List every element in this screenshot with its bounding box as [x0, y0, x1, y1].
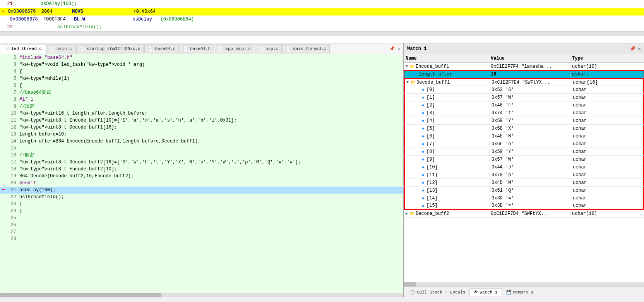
- disasm-line-0x08006678: 0x08006678 F000F8F4 BL.W osDelay (0x0800…: [0, 15, 644, 23]
- watch-row-wr-d1-11[interactable]: ◆[11]0x70 'p'uchar: [404, 171, 644, 179]
- watch-row-value-wr-d1-7: 0x6F 'o': [490, 141, 571, 147]
- watch-row-wr-d1-6[interactable]: ◆[6]0x4E 'N'uchar: [404, 132, 644, 140]
- tab-main-label: main.c: [57, 46, 72, 51]
- watch-row-wr-d1-5[interactable]: ◆[5]0x58 'X'uchar: [404, 125, 644, 132]
- watch-bottom-tab-memory1[interactable]: 💾 Memory 1: [502, 288, 538, 296]
- code-line-26: 26: [0, 221, 403, 228]
- watch-row-wr-d1-13[interactable]: ◆[13]0x51 'Q'uchar: [404, 187, 644, 194]
- code-scrollbar-h[interactable]: [0, 293, 403, 297]
- file-icon-2: 📄: [50, 46, 55, 51]
- watch-row-wr-decode1[interactable]: ▼📁Decode_buff10xC1E2F7E4 "SWFtYX...uchar…: [404, 78, 644, 86]
- line-content-10: "kw-type">uint16_t length_after,length_b…: [19, 110, 403, 117]
- line-num-13: 13: [7, 131, 19, 138]
- watch-row-type-wr-d1-4: uchar: [571, 118, 643, 124]
- tab-appmain[interactable]: 📄 app_main.c: [215, 44, 254, 53]
- watch-row-wr-d1-4[interactable]: ◆[4]0x59 'Y'uchar: [404, 117, 644, 125]
- expand-icon-wr-decode1[interactable]: ▼: [406, 80, 409, 84]
- watch-row-wr-encode1[interactable]: ▼📁Encode_buff10xC1E2F7F4 "lamasha...ucha…: [404, 63, 644, 70]
- watch-row-name-wr-length-after: ◆length_after: [404, 72, 489, 77]
- watch-row-type-wr-d1-3: uchar: [571, 110, 643, 116]
- tab-base64c[interactable]: 📄 base64.c: [144, 44, 179, 53]
- watch-row-type-wr-d1-11: uchar: [571, 172, 643, 178]
- code-line-22: 22 osThreadYield();: [0, 194, 403, 201]
- disasm-line-source22: 22: osThreadYield();: [0, 23, 644, 31]
- watch-var-icon-wr-d1-5: ◆: [420, 126, 426, 131]
- line-content-18: "kw-type">uint8_t Encode_buff2[10];: [19, 166, 403, 173]
- watch-row-value-wr-length-after: 16: [489, 72, 570, 77]
- code-area[interactable]: 2#include "base64.h"3"kw-type">void led_…: [0, 54, 403, 293]
- line-num-23: 23: [7, 201, 19, 208]
- code-line-11: 11 "kw-type">uint8_t Encode_buff1[10]={'…: [0, 117, 403, 124]
- tab-close-button[interactable]: ✕: [396, 45, 402, 52]
- watch-row-value-wr-d1-13: 0x51 'Q': [490, 188, 571, 193]
- code-line-6: 6 {: [0, 82, 403, 89]
- watch-row-value-wr-d1-10: 0x4A 'J': [490, 165, 571, 170]
- watch-bottom-tabs: 📋 Call Stack + Locals 👁 Watch 1 💾 Memory…: [404, 287, 644, 297]
- watch-pin-icon[interactable]: 📌: [629, 46, 635, 52]
- expand-icon-wr-encode1[interactable]: ▼: [406, 64, 408, 69]
- watch-row-type-wr-encode1: uchar[10]: [570, 64, 644, 69]
- watch-row-wr-d1-3[interactable]: ◆[3]0x74 't'uchar: [404, 109, 644, 117]
- code-line-19: 19 B64_Decode(Decode_buff2,16,Encode_buf…: [0, 173, 403, 180]
- tab-pin-button[interactable]: 📌: [389, 45, 396, 52]
- code-line-10: 10 "kw-type">uint16_t length_after,lengt…: [0, 110, 403, 117]
- watch-row-wr-d1-7[interactable]: ◆[7]0x6F 'o'uchar: [404, 140, 644, 148]
- watch-row-wr-d1-12[interactable]: ◆[12]0x4D 'M'uchar: [404, 179, 644, 187]
- code-line-21: ➡21 osDelay(100);: [0, 187, 403, 194]
- watch-row-type-wr-decode1: uchar[16]: [571, 80, 643, 85]
- watch-title-bar: Watch 1 📌 ✕: [404, 43, 644, 54]
- tab-led-label: led_thread.c: [11, 46, 42, 51]
- watch-var-name-wr-decode2: Decode_buff2: [416, 211, 449, 216]
- tab-close-area: 📌 ✕: [389, 45, 402, 52]
- code-line-14: 14 length_after=B64_Encode(Encode_buff1,…: [0, 138, 403, 145]
- line-content-14: length_after=B64_Encode(Encode_buff1,len…: [19, 138, 403, 145]
- watch-row-value-wr-d1-14: 0x3D '=': [490, 196, 571, 201]
- disasm-scrollbar-h[interactable]: [0, 31, 644, 36]
- line-content-22: osThreadYield();: [19, 194, 403, 201]
- watch-row-wr-d1-1[interactable]: ◆[1]0x57 'W'uchar: [404, 94, 644, 101]
- line-content-24: }: [19, 208, 403, 214]
- watch-scrollbar-h[interactable]: [404, 282, 644, 287]
- watch-bottom-tab-watch1[interactable]: 👁 Watch 1: [469, 288, 502, 296]
- watch-row-wr-d1-14[interactable]: ◆[14]0x3D '='uchar: [404, 194, 644, 202]
- watch-var-icon-wr-d1-15: ◆: [420, 203, 426, 208]
- watch-table[interactable]: Name Value Type ▼📁Encode_buff10xC1E2F7F4…: [404, 54, 644, 282]
- watch-var-name-wr-d1-7: [7]: [426, 141, 435, 147]
- watch-row-wr-length-after[interactable]: ◆length_after16ushort: [404, 70, 644, 78]
- watch-var-icon-wr-d1-4: ◆: [420, 118, 426, 124]
- tab-main-c[interactable]: 📄 main.c: [46, 44, 75, 53]
- watch-row-wr-d1-0[interactable]: ◆[0]0x53 'S'uchar: [404, 86, 644, 94]
- watch-close-icon[interactable]: ✕: [638, 46, 641, 52]
- line-num-17: 17: [7, 159, 19, 166]
- tab-bsp[interactable]: 📄 bsp.c: [255, 44, 282, 53]
- watch-row-value-wr-d1-3: 0x74 't': [490, 110, 571, 116]
- watch-row-wr-d1-10[interactable]: ◆[10]0x4A 'J'uchar: [404, 163, 644, 171]
- tab-base64h[interactable]: 📄 base64.h: [180, 44, 214, 53]
- code-line-3: 3"kw-type">void led_task("kw-type">void …: [0, 61, 403, 68]
- line-num-27: 27: [7, 228, 19, 235]
- disasm-line-0x08006676: ➡ 0x08006676 2064 MOVS r0,#0x64: [0, 8, 644, 15]
- tab-startup-s[interactable]: 📄 startup_stm32f429xx.s: [76, 44, 144, 53]
- line-num-24: 24: [7, 208, 19, 214]
- code-line-15: 15: [0, 145, 403, 152]
- watch-header: Name Value Type: [404, 54, 644, 63]
- expand-icon-wr-decode2[interactable]: ▶: [406, 211, 408, 216]
- tab-mainthrd[interactable]: 📄 main_thread.c: [283, 44, 330, 53]
- watch-row-name-wr-d1-1: ◆[1]: [405, 95, 490, 100]
- watch-row-wr-d1-2[interactable]: ◆[2]0x46 'F'uchar: [404, 101, 644, 109]
- watch-row-wr-d1-8[interactable]: ◆[8]0x59 'Y'uchar: [404, 148, 644, 156]
- main-split: 📄 led_thread.c 📄 main.c 📄 startup_stm32f…: [0, 43, 644, 297]
- watch-row-type-wr-d1-9: uchar: [571, 157, 643, 162]
- line-num-9: 9: [7, 103, 19, 110]
- watch-var-icon-wr-d1-11: ◆: [420, 172, 426, 178]
- watch-bottom-tab-callstack[interactable]: 📋 Call Stack + Locals: [406, 288, 469, 296]
- watch-row-type-wr-decode2: uchar[16]: [570, 211, 644, 216]
- watch-row-wr-d1-15[interactable]: ◆[15]0x3D '='uchar: [404, 202, 644, 210]
- tab-led-thread-c[interactable]: 📄 led_thread.c: [1, 44, 45, 53]
- code-line-25: 25: [0, 214, 403, 221]
- watch-row-wr-d1-9[interactable]: ◆[9]0x57 'W'uchar: [404, 156, 644, 163]
- code-line-2: 2#include "base64.h": [0, 54, 403, 61]
- code-line-4: 4{: [0, 68, 403, 75]
- watch-row-value-wr-encode1: 0xC1E2F7F4 "lamasha...: [489, 64, 570, 69]
- watch-row-wr-decode2[interactable]: ▶📁Decode_buff20xC1E2F7D4 "SWFtYX...uchar…: [404, 210, 644, 218]
